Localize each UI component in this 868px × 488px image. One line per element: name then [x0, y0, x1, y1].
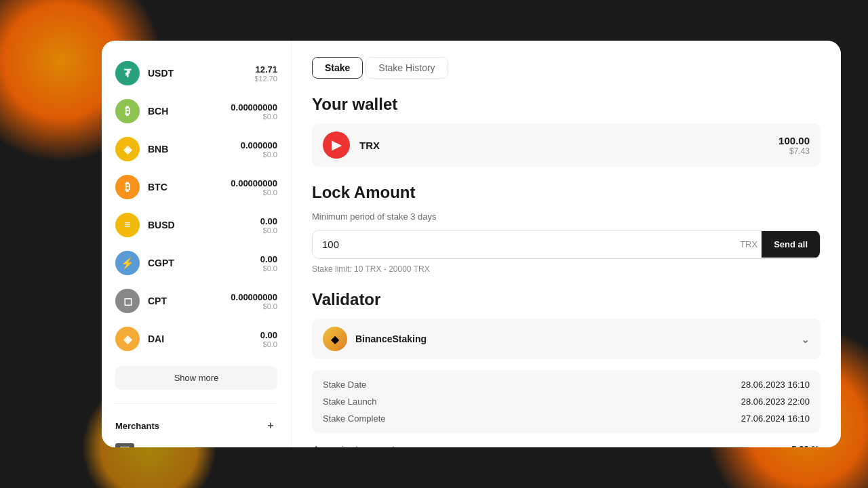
stake-complete-value: 27.06.2024 16:10	[741, 413, 810, 424]
bnb-amounts: 0.000000 $0.0	[241, 140, 277, 159]
stake-date-value: 28.06.2023 16:10	[741, 380, 810, 390]
approx-value: 5.00 %	[792, 444, 819, 447]
coin-item-btc[interactable]: ₿ BTC 0.00000000 $0.0	[102, 168, 291, 206]
cgpt-icon: ⚡	[115, 251, 140, 275]
dai-name: DAI	[148, 333, 260, 344]
btc-amounts: 0.00000000 $0.0	[231, 178, 277, 197]
merchant-name: Merchant1	[141, 445, 182, 448]
btc-icon: ₿	[115, 175, 140, 199]
stake-complete-label: Stake Complete	[323, 413, 386, 424]
wallet-amounts: 100.00 $7.43	[778, 135, 810, 156]
amount-input-row: TRX Send all	[312, 230, 821, 259]
coin-item-bnb[interactable]: ◈ BNB 0.000000 $0.0	[102, 130, 291, 168]
merchant-icon	[115, 443, 134, 447]
usdt-amounts: 12.71 $12.70	[254, 64, 277, 83]
send-all-button[interactable]: Send all	[762, 231, 820, 258]
trx-icon: ▶	[323, 131, 350, 159]
sidebar: ₮ USDT 12.71 $12.70 ₿ BCH 0.00000000 $0.…	[102, 41, 292, 447]
content-area: Stake Stake History Your wallet ▶ TRX 10…	[292, 41, 841, 447]
merchants-label: Merchants	[115, 421, 159, 431]
chevron-down-icon: ⌄	[801, 333, 810, 346]
validator-dropdown[interactable]: ◆ BinanceStaking ⌄	[312, 319, 821, 359]
coin-item-busd[interactable]: ≡ BUSD 0.00 $0.0	[102, 206, 291, 244]
stake-complete-row: Stake Complete 27.06.2024 16:10	[323, 413, 810, 424]
busd-name: BUSD	[148, 220, 260, 230]
add-merchant-button[interactable]: +	[264, 419, 277, 432]
cgpt-name: CGPT	[148, 258, 260, 268]
wallet-section-title: Your wallet	[312, 95, 821, 114]
cgpt-amounts: 0.00 $0.0	[260, 254, 277, 272]
main-card: ₮ USDT 12.71 $12.70 ₿ BCH 0.00000000 $0.…	[102, 41, 841, 447]
merchants-section: Merchants +	[102, 409, 291, 438]
busd-amounts: 0.00 $0.0	[260, 216, 277, 235]
wallet-amount-secondary: $7.43	[778, 146, 810, 156]
stake-launch-value: 28.06.2023 22:00	[741, 396, 810, 407]
busd-icon: ≡	[115, 213, 140, 237]
tab-stake-history[interactable]: Stake History	[366, 57, 448, 79]
bch-icon: ₿	[115, 99, 140, 123]
amount-input[interactable]	[313, 230, 736, 258]
merchant-item[interactable]: Merchant1	[102, 438, 291, 447]
wallet-amount-primary: 100.00	[778, 135, 810, 146]
amount-currency-label: TRX	[736, 231, 762, 258]
wallet-coin-name: TRX	[359, 140, 778, 151]
cpt-name: CPT	[148, 296, 231, 306]
cpt-icon: ◻	[115, 289, 140, 313]
bch-name: BCH	[148, 106, 231, 117]
coin-item-cgpt[interactable]: ⚡ CGPT 0.00 $0.0	[102, 244, 291, 282]
stake-date-label: Stake Date	[323, 380, 366, 390]
svg-rect-0	[120, 447, 130, 447]
lock-section-title: Lock Amount	[312, 183, 821, 202]
approx-row: Approximate percentage 5.00 %	[312, 444, 821, 447]
coin-item-dai[interactable]: ◈ DAI 0.00 $0.0	[102, 320, 291, 358]
cpt-amounts: 0.00000000 $0.0	[231, 292, 277, 310]
btc-name: BTC	[148, 182, 231, 192]
validator-name: BinanceStaking	[355, 333, 801, 344]
bnb-name: BNB	[148, 144, 241, 155]
coin-item-bch[interactable]: ₿ BCH 0.00000000 $0.0	[102, 92, 291, 130]
usdt-name: USDT	[148, 68, 254, 79]
stake-limit-text: Stake limit: 10 TRX - 20000 TRX	[312, 264, 821, 274]
binance-staking-icon: ◆	[323, 327, 347, 351]
stake-date-row: Stake Date 28.06.2023 16:10	[323, 380, 810, 390]
coin-item-usdt[interactable]: ₮ USDT 12.71 $12.70	[102, 54, 291, 92]
stake-launch-label: Stake Launch	[323, 396, 377, 407]
coin-item-cpt[interactable]: ◻ CPT 0.00000000 $0.0	[102, 282, 291, 320]
stake-info-table: Stake Date 28.06.2023 16:10 Stake Launch…	[312, 370, 821, 433]
bch-amounts: 0.00000000 $0.0	[231, 102, 277, 121]
dai-amounts: 0.00 $0.0	[260, 330, 277, 348]
tab-stake[interactable]: Stake	[312, 57, 363, 79]
validator-section-title: Validator	[312, 290, 821, 309]
usdt-icon: ₮	[115, 61, 140, 85]
lock-description: Minimum period of stake 3 days	[312, 211, 821, 222]
approx-label: Approximate percentage	[313, 444, 410, 447]
stake-launch-row: Stake Launch 28.06.2023 22:00	[323, 396, 810, 407]
coin-list: ₮ USDT 12.71 $12.70 ₿ BCH 0.00000000 $0.…	[102, 54, 291, 358]
dai-icon: ◈	[115, 327, 140, 351]
bnb-icon: ◈	[115, 137, 140, 161]
show-more-button[interactable]: Show more	[115, 366, 277, 390]
wallet-row: ▶ TRX 100.00 $7.43	[312, 123, 821, 167]
tabs-container: Stake Stake History	[312, 57, 821, 79]
